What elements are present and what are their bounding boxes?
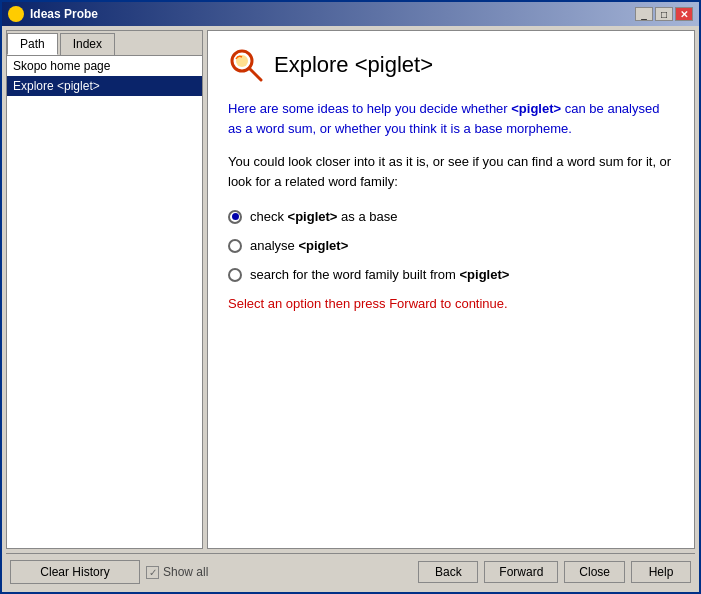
status-text: Select an option then press Forward to c… [228, 296, 674, 311]
svg-line-1 [249, 68, 261, 80]
help-button[interactable]: Help [631, 561, 691, 583]
bottom-bar: Clear History ✓ Show all Back Forward Cl… [6, 553, 695, 588]
window-title: Ideas Probe [30, 7, 98, 21]
radio-option-2[interactable] [228, 239, 242, 253]
tab-path[interactable]: Path [7, 33, 58, 55]
title-bar-title: Ideas Probe [8, 6, 98, 22]
back-button[interactable]: Back [418, 561, 478, 583]
close-button[interactable]: Close [564, 561, 625, 583]
maximize-button[interactable]: □ [655, 7, 673, 21]
option-1-text: check <piglet> as a base [250, 209, 397, 224]
clear-history-button[interactable]: Clear History [10, 560, 140, 584]
right-panel: Explore <piglet> Here are some ideas to … [207, 30, 695, 549]
explore-header: Explore <piglet> [228, 47, 674, 83]
bottom-right-buttons: Back Forward Close Help [418, 561, 691, 583]
title-bar: Ideas Probe _ □ ✕ [2, 2, 699, 26]
forward-button[interactable]: Forward [484, 561, 558, 583]
nav-item-explore[interactable]: Explore <piglet> [7, 76, 202, 96]
main-area: Path Index Skopo home page Explore <pigl… [6, 30, 695, 549]
close-window-button[interactable]: ✕ [675, 7, 693, 21]
option-1-bold: <piglet> [288, 209, 338, 224]
nav-list: Skopo home page Explore <piglet> [7, 55, 202, 548]
intro-text: Here are some ideas to help you decide w… [228, 99, 674, 138]
option-1-row[interactable]: check <piglet> as a base [228, 209, 674, 224]
intro-bold-word: <piglet> [511, 101, 561, 116]
title-controls: _ □ ✕ [635, 7, 693, 21]
show-all-checkbox[interactable]: ✓ [146, 566, 159, 579]
main-window: Ideas Probe _ □ ✕ Path Index Skopo home … [0, 0, 701, 594]
show-all-container: ✓ Show all [146, 565, 208, 579]
radio-option-1[interactable] [228, 210, 242, 224]
minimize-button[interactable]: _ [635, 7, 653, 21]
left-panel: Path Index Skopo home page Explore <pigl… [6, 30, 203, 549]
option-2-bold: <piglet> [298, 238, 348, 253]
show-all-label: Show all [163, 565, 208, 579]
option-2-row[interactable]: analyse <piglet> [228, 238, 674, 253]
radio-option-3[interactable] [228, 268, 242, 282]
nav-item-home[interactable]: Skopo home page [7, 56, 202, 76]
tab-bar: Path Index [7, 31, 202, 55]
page-title: Explore <piglet> [274, 52, 433, 78]
tab-index[interactable]: Index [60, 33, 115, 55]
option-3-row[interactable]: search for the word family built from <p… [228, 267, 674, 282]
explore-icon [228, 47, 264, 83]
app-icon [8, 6, 24, 22]
window-body: Path Index Skopo home page Explore <pigl… [2, 26, 699, 592]
option-3-text: search for the word family built from <p… [250, 267, 509, 282]
option-2-text: analyse <piglet> [250, 238, 348, 253]
body-text: You could look closer into it as it is, … [228, 152, 674, 191]
option-3-bold: <piglet> [460, 267, 510, 282]
